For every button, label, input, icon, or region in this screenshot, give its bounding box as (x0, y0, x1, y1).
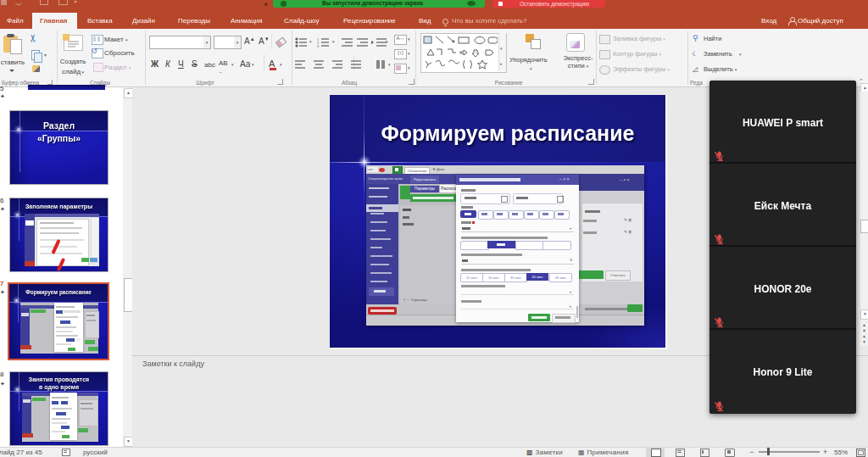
svg-text:3: 3 (317, 44, 320, 47)
